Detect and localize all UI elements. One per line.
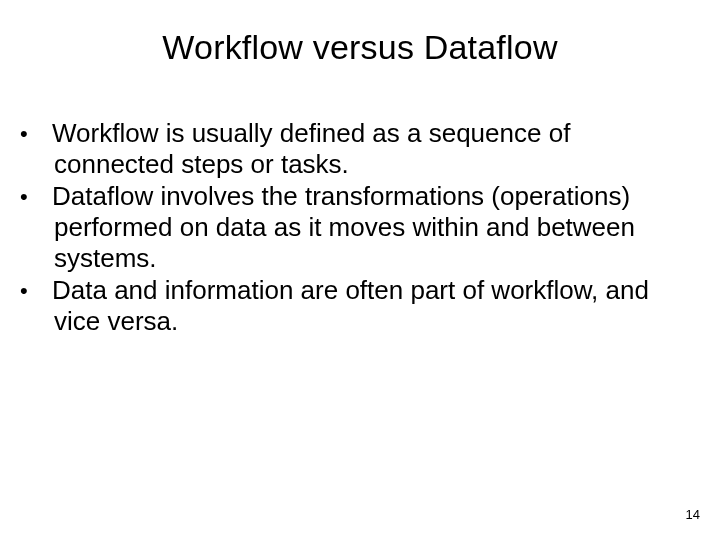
slide-body: Workflow is usually defined as a sequenc… [24, 118, 696, 339]
bullet-list: Workflow is usually defined as a sequenc… [24, 118, 696, 337]
bullet-item: Workflow is usually defined as a sequenc… [24, 118, 696, 179]
page-number: 14 [686, 507, 700, 522]
slide-title: Workflow versus Dataflow [0, 28, 720, 67]
bullet-item: Data and information are often part of w… [24, 275, 696, 336]
bullet-item: Dataflow involves the transformations (o… [24, 181, 696, 273]
slide: Workflow versus Dataflow Workflow is usu… [0, 0, 720, 540]
